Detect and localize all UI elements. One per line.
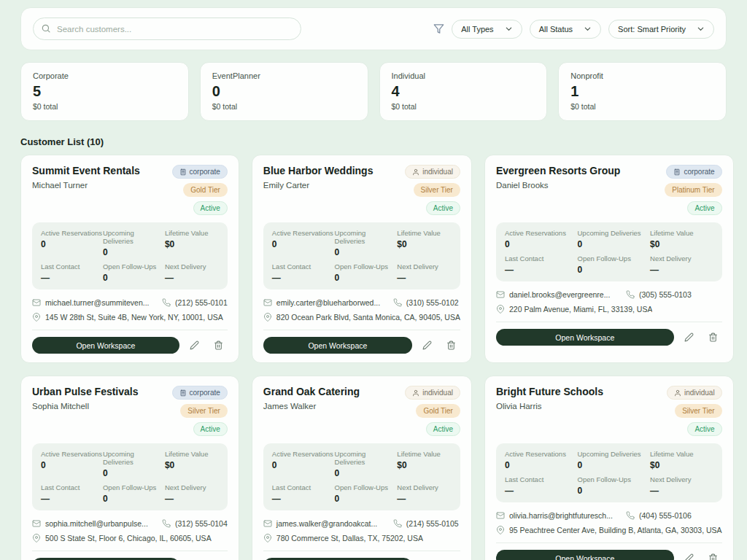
status-filter-dropdown[interactable]: All Status — [530, 20, 601, 39]
metric-cell: Active Reservations 0 — [272, 450, 335, 478]
metric-label: Active Reservations — [272, 229, 335, 237]
metric-value: — — [650, 486, 713, 496]
stats-row: Corporate 5 $0 total EventPlanner 0 $0 t… — [20, 62, 727, 121]
customer-card: Summit Event Rentals Michael Turner corp… — [20, 155, 239, 363]
metric-value: 0 — [505, 239, 578, 249]
metric-value: $0 — [165, 460, 219, 470]
map-pin-icon — [263, 313, 272, 322]
card-divider — [32, 551, 228, 551]
open-workspace-button[interactable]: Open Workspace — [496, 550, 674, 560]
customer-grid: Summit Event Rentals Michael Turner corp… — [20, 155, 727, 560]
edit-button[interactable] — [680, 330, 698, 344]
badge-stack: individual Gold Tier Active — [405, 386, 460, 436]
metric-cell: Last Contact — — [41, 262, 103, 283]
metric-cell: Open Follow-Ups 0 — [578, 475, 651, 496]
open-workspace-button[interactable]: Open Workspace — [263, 337, 412, 354]
customer-type-badge: individual — [405, 165, 460, 179]
metric-cell: Last Contact — — [272, 262, 335, 283]
metric-label: Upcoming Deliveries — [578, 450, 651, 458]
metric-label: Active Reservations — [505, 229, 578, 237]
delete-button[interactable] — [209, 338, 228, 352]
customer-phone: (212) 555-0101 — [175, 298, 228, 307]
metric-cell: Active Reservations 0 — [41, 229, 103, 257]
address-item: 220 Palm Avenue, Miami, FL, 33139, USA — [496, 305, 653, 314]
metric-cell: Open Follow-Ups 0 — [103, 483, 165, 504]
metric-value: $0 — [650, 239, 713, 249]
customer-type-badge: individual — [405, 386, 460, 400]
stat-total: $0 total — [212, 102, 356, 111]
sort-label: Sort: Smart Priority — [618, 25, 686, 34]
contact-row: emily.carter@blueharborwed... (310) 555-… — [263, 298, 460, 307]
open-workspace-button[interactable]: Open Workspace — [496, 329, 674, 346]
metric-cell: Next Delivery — — [165, 262, 219, 283]
delete-button[interactable] — [704, 330, 722, 344]
customer-type-badge: corporate — [666, 165, 721, 179]
card-header: Summit Event Rentals Michael Turner corp… — [32, 165, 228, 215]
delete-button[interactable] — [442, 338, 460, 352]
contact-row: 780 Commerce St, Dallas, TX, 75202, USA — [263, 534, 460, 542]
phone-item: (312) 555-0104 — [162, 519, 228, 528]
stat-count: 4 — [392, 83, 535, 100]
metric-value: — — [650, 265, 713, 275]
search-icon — [41, 23, 51, 34]
search-input[interactable] — [33, 18, 301, 40]
metric-label: Next Delivery — [650, 254, 713, 262]
customer-dashboard: All Types All Status Sort: Smart Priorit… — [0, 0, 747, 560]
metric-cell: Upcoming Deliveries 0 — [103, 229, 165, 257]
metric-label: Last Contact — [505, 475, 578, 483]
customer-list-title: Customer List (10) — [20, 136, 727, 147]
edit-button[interactable] — [680, 551, 698, 560]
metric-label: Open Follow-Ups — [578, 254, 651, 262]
card-footer: Open Workspace — [32, 337, 228, 354]
metric-label: Active Reservations — [41, 229, 103, 237]
metric-cell: Next Delivery — — [397, 262, 452, 283]
metric-cell: Last Contact — — [41, 483, 103, 504]
metric-label: Last Contact — [272, 483, 335, 491]
metric-cell: Upcoming Deliveries 0 — [335, 450, 398, 478]
customer-contact-name: Daniel Brooks — [496, 181, 620, 190]
phone-icon — [162, 298, 171, 307]
card-header-left: Bright Future Schools Olivia Harris — [496, 386, 603, 436]
stat-total: $0 total — [33, 102, 177, 111]
address-item: 500 S State St, Floor 6, Chicago, IL, 60… — [32, 534, 212, 542]
metric-label: Lifetime Value — [165, 450, 219, 458]
card-header: Blue Harbor Weddings Emily Carter indivi… — [263, 165, 460, 215]
stat-total: $0 total — [392, 102, 535, 111]
building-icon — [179, 168, 187, 176]
stat-label: Individual — [392, 71, 535, 80]
card-header-left: Evergreen Resorts Group Daniel Brooks — [496, 165, 620, 215]
metric-label: Lifetime Value — [650, 450, 713, 458]
metric-value: — — [165, 494, 219, 504]
customer-name: Grand Oak Catering — [263, 386, 360, 397]
edit-button[interactable] — [418, 338, 436, 352]
toolbar: All Types All Status Sort: Smart Priorit… — [20, 7, 727, 50]
customer-email: daniel.brooks@evergreenre... — [509, 290, 610, 299]
map-pin-icon — [496, 305, 505, 314]
metric-cell: Next Delivery — — [165, 483, 219, 504]
pencil-icon — [684, 332, 694, 342]
sort-dropdown[interactable]: Sort: Smart Priority — [608, 20, 714, 39]
stat-card: Nonprofit 1 $0 total — [558, 62, 727, 121]
customer-type-label: corporate — [684, 168, 714, 176]
metric-label: Next Delivery — [165, 262, 219, 271]
metric-value: $0 — [397, 239, 452, 249]
envelope-icon — [32, 298, 41, 307]
customer-card: Evergreen Resorts Group Daniel Brooks co… — [484, 155, 734, 363]
metric-label: Upcoming Deliveries — [103, 450, 165, 466]
customer-phone: (305) 555-0103 — [639, 290, 692, 299]
map-pin-icon — [32, 534, 41, 542]
type-filter-dropdown[interactable]: All Types — [452, 20, 522, 39]
edit-button[interactable] — [185, 338, 204, 352]
status-filter-label: All Status — [539, 25, 573, 34]
map-pin-icon — [32, 313, 41, 322]
open-workspace-button[interactable]: Open Workspace — [32, 337, 179, 354]
envelope-icon — [263, 519, 272, 528]
metric-cell: Lifetime Value $0 — [397, 450, 452, 478]
delete-button[interactable] — [704, 551, 722, 560]
envelope-icon — [32, 519, 41, 528]
metric-label: Active Reservations — [272, 450, 335, 458]
map-pin-icon — [263, 534, 272, 542]
phone-icon — [393, 519, 402, 528]
metric-value: 0 — [41, 239, 103, 249]
customer-name: Urban Pulse Festivals — [32, 386, 139, 397]
